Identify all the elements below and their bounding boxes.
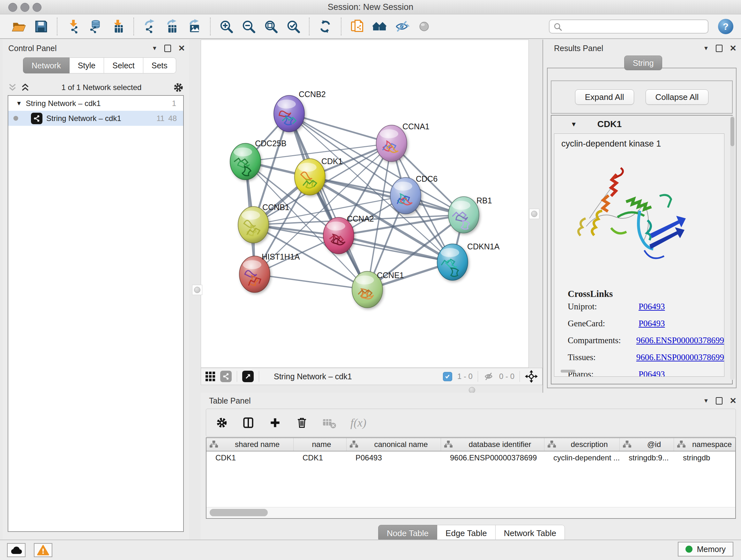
group-nodes-button[interactable] [371, 18, 388, 35]
grid-view-icon[interactable] [205, 372, 215, 381]
crosslink-row: Pharos: P06493 [568, 369, 724, 377]
expand-all-button[interactable]: Expand All [575, 89, 634, 105]
houses-icon [372, 19, 387, 34]
table-hscrollbar[interactable] [206, 507, 735, 518]
column-header[interactable]: canonical name [347, 438, 441, 451]
column-header[interactable]: namespace [674, 438, 735, 451]
column-header[interactable]: description [544, 438, 620, 451]
eye-disabled-icon [417, 19, 431, 34]
right-splitter-handle[interactable] [529, 209, 539, 219]
export-image-button[interactable] [186, 18, 203, 35]
table-cell: CDK1 [293, 451, 347, 464]
results-vscrollbar[interactable] [730, 116, 735, 380]
table-options-gear-icon[interactable] [216, 417, 228, 429]
separator [520, 371, 520, 382]
apply-layout-button[interactable] [317, 18, 333, 35]
zoom-fit-button[interactable] [263, 18, 279, 35]
help-button[interactable]: ? [718, 19, 733, 34]
cloud-status-button[interactable] [7, 543, 25, 557]
network-options-gear-icon[interactable] [173, 82, 184, 93]
tab-string[interactable]: String [624, 56, 662, 70]
function-builder-fx: f(x) [350, 416, 366, 429]
birdseye-view-button[interactable] [242, 371, 254, 382]
results-panel-close-icon[interactable]: ✕ [730, 44, 737, 53]
tab-network[interactable]: Network [23, 57, 70, 73]
control-panel-collapse-icon[interactable]: ▼ [151, 45, 157, 52]
network-collection-label: String Network – cdk1 [26, 99, 168, 108]
export-network-icon [142, 19, 157, 34]
hide-selected-button[interactable] [394, 18, 410, 35]
left-splitter-handle[interactable] [192, 285, 202, 295]
results-hscrollbar[interactable] [561, 370, 576, 373]
control-panel-close-icon[interactable]: ✕ [178, 44, 185, 53]
share-icon [33, 115, 40, 122]
entry-description: cyclin-dependent kinase 1 [554, 134, 724, 149]
selected-count: 1 - 0 [457, 372, 473, 381]
network-canvas[interactable]: CCNB2CCNA1CDC25BCDK1CDC6RB1CCNB1CCNA2CDK… [201, 40, 529, 368]
import-network-button[interactable] [65, 18, 81, 35]
import-table-icon [111, 19, 125, 34]
network-graph[interactable]: CCNB2CCNA1CDC25BCDK1CDC6RB1CCNB1CCNA2CDK… [201, 40, 529, 368]
show-columns-icon[interactable] [242, 416, 255, 429]
zoom-in-button[interactable] [218, 18, 234, 35]
string-view-badge[interactable] [220, 371, 232, 382]
add-column-plus-icon[interactable] [269, 416, 281, 429]
table-panel-collapse-icon[interactable]: ▼ [703, 397, 709, 404]
crosslink-link[interactable]: P06493 [638, 302, 665, 311]
network-row-selected[interactable]: String Network – cdk1 11 48 [8, 111, 183, 126]
crosslink-link[interactable]: P06493 [638, 369, 665, 377]
selected-checkbox-icon[interactable] [443, 372, 452, 381]
delete-table-icon-disabled [322, 416, 336, 429]
entry-collapse-icon[interactable]: ▼ [570, 121, 577, 128]
crosslink-label: GeneCard: [568, 319, 638, 328]
zoom-selected-button[interactable] [285, 18, 301, 35]
table-cell: stringdb [674, 451, 735, 464]
column-header[interactable]: @id [620, 438, 674, 451]
memory-status-dot [685, 546, 692, 553]
control-panel-float-icon[interactable] [164, 45, 171, 52]
delete-column-trash-icon[interactable] [295, 416, 308, 429]
save-session-button[interactable] [33, 18, 50, 35]
crosslink-row: Uniprot: P06493 [568, 302, 724, 312]
results-panel-float-icon[interactable] [716, 45, 723, 52]
table-panel-close-icon[interactable]: ✕ [730, 396, 737, 406]
tree-expanded-icon[interactable]: ▼ [16, 100, 22, 107]
table-cell: P06493 [347, 451, 441, 464]
tab-sets[interactable]: Sets [143, 57, 176, 73]
tab-network-table[interactable]: Network Table [495, 525, 565, 542]
column-header[interactable]: shared name [206, 438, 293, 451]
memory-button[interactable]: Memory [678, 542, 733, 557]
crosslink-link[interactable]: 9606.ENSP00000378699 [636, 353, 724, 362]
collapse-all-icon[interactable] [8, 83, 17, 92]
open-folder-icon [11, 19, 26, 34]
show-hidden-button[interactable] [416, 18, 432, 35]
import-table-button[interactable] [110, 18, 126, 35]
column-header[interactable]: name [293, 438, 347, 451]
expand-all-icon[interactable] [20, 83, 30, 92]
refresh-icon [318, 19, 333, 34]
crosslink-link[interactable]: P06493 [638, 319, 665, 328]
table-panel-float-icon[interactable] [716, 397, 723, 405]
export-network-button[interactable] [141, 18, 158, 35]
open-session-button[interactable] [10, 18, 27, 35]
search-input[interactable] [549, 19, 709, 34]
fit-selected-crosshair-icon[interactable] [525, 370, 538, 383]
tab-style[interactable]: Style [70, 57, 105, 73]
zoom-out-button[interactable] [240, 18, 257, 35]
tab-select[interactable]: Select [104, 57, 143, 73]
crosslink-link[interactable]: 9606.ENSP00000378699 [636, 335, 724, 345]
results-panel-collapse-icon[interactable]: ▼ [703, 45, 709, 52]
current-network-bullet [13, 116, 18, 121]
clone-network-button[interactable] [349, 18, 365, 35]
tab-edge-table[interactable]: Edge Table [437, 525, 495, 542]
table-row[interactable]: CDK1 CDK1 P06493 9606.ENSP00000378699 cy… [206, 451, 735, 464]
network-collection-row[interactable]: ▼ String Network – cdk1 1 [8, 96, 183, 111]
import-network-from-database-button[interactable] [87, 18, 104, 35]
export-table-button[interactable] [164, 18, 180, 35]
warnings-button[interactable] [34, 543, 52, 557]
node-table[interactable]: shared name name canonical name database… [206, 437, 736, 519]
entry-details: cyclin-dependent kinase 1 [554, 133, 724, 377]
collapse-all-button[interactable]: Collapse All [646, 89, 709, 105]
tab-node-table[interactable]: Node Table [378, 525, 437, 542]
column-header[interactable]: database identifier [441, 438, 544, 451]
